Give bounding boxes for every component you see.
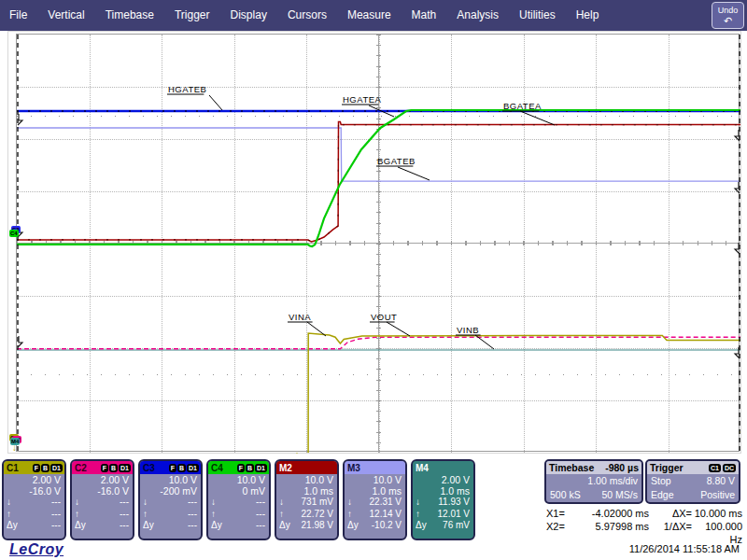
- menu-item-file[interactable]: File: [9, 0, 37, 31]
- cursor-value-down: 22.31 V: [370, 497, 402, 509]
- cursor-row-up: ↑12.14 V: [345, 509, 405, 521]
- readout-x-label: X2=: [546, 520, 576, 546]
- cursor-row-dy: Δy-10.2 V: [345, 520, 405, 532]
- cursor-value-up: 12.14 V: [370, 509, 402, 521]
- cursor-row-up: ↑---: [72, 509, 133, 521]
- descriptor-title: M4: [416, 463, 429, 473]
- scale-value: 2.00 V: [413, 474, 473, 485]
- cursor-glyph-dy: Δy: [7, 520, 18, 532]
- menu-item-display[interactable]: Display: [220, 0, 277, 31]
- descriptor-title: C4: [211, 463, 223, 473]
- trace-label-hgateb: HGATEB: [168, 84, 206, 94]
- undo-button[interactable]: Undo ↶: [712, 2, 744, 29]
- descriptor-header-c3: C3FBD1: [140, 461, 201, 474]
- scale-value: 10.0 V: [345, 474, 405, 485]
- offset-value: -200 mV: [140, 485, 201, 497]
- readout-dx-value: 100.000 Hz: [692, 520, 742, 546]
- cursor-value-down: ---: [188, 497, 197, 509]
- cursor-value-up: 12.01 V: [438, 509, 470, 521]
- trace-label-vina: VINA: [289, 312, 311, 322]
- menu-item-measure[interactable]: Measure: [337, 0, 402, 31]
- badge-c1: C1: [709, 464, 721, 472]
- descriptor-box-m4[interactable]: M42.00 V1.0 ms↓11.93 V↑12.01 VΔy76 mV: [411, 459, 475, 540]
- descriptor-box-c3[interactable]: C3FBD110.0 V-200 mV↓---↑---Δy---: [138, 459, 203, 540]
- trigger-box-row0: Stop8.80 V: [647, 474, 739, 488]
- offset-value: 1.0 ms: [276, 485, 337, 497]
- badge-b: B: [246, 464, 254, 472]
- menu-item-trigger[interactable]: Trigger: [164, 0, 220, 31]
- cursor-glyph-down: ↓: [7, 497, 11, 509]
- cursor-glyph-dy: Δy: [347, 520, 359, 532]
- cursor-glyph-dy: Δy: [416, 520, 427, 532]
- row-value: 50 MS/s: [601, 488, 638, 502]
- readout-dx-label: 1/ΔX=: [656, 520, 692, 546]
- cursor-glyph-dy: Δy: [143, 520, 154, 532]
- descriptor-box-c4[interactable]: C4FBD110.0 V0 mV↓---↑---Δy---: [206, 459, 271, 540]
- descriptor-box-c2[interactable]: C2FBD12.00 V-16.0 V↓---↑---Δy---: [70, 459, 134, 540]
- menu-item-math[interactable]: Math: [402, 0, 447, 31]
- cursor-trace-mark: [18, 336, 22, 347]
- cursor-value-dy: ---: [188, 520, 197, 532]
- descriptor-title: M3: [347, 463, 360, 473]
- cursor-value-up: ---: [120, 509, 129, 521]
- cursor-row-dy: Δy---: [140, 520, 201, 532]
- cursor-trace-mark: [735, 130, 740, 141]
- descriptor-title: C2: [75, 463, 87, 473]
- scale-value: 2.00 V: [72, 474, 133, 485]
- trace-plot: HGATEBHGATEABGATEABGATEBVINAVOUTVINB: [17, 35, 740, 453]
- cursor-row-up: ↑---: [4, 509, 64, 521]
- menu-item-cursors[interactable]: Cursors: [277, 0, 337, 31]
- cursor-row-down: ↓---: [4, 497, 64, 509]
- badge-d1: D1: [255, 464, 267, 472]
- cursor-glyph-down: ↓: [279, 497, 284, 509]
- cursor-value-down: ---: [120, 497, 129, 509]
- timebase-box[interactable]: Timebase-980 µs1.00 ms/div500 kS50 MS/s: [544, 459, 643, 504]
- descriptor-box-c1[interactable]: C1FBD12.00 V-16.0 V↓---↑---Δy---: [2, 459, 66, 540]
- timebase-box-row1: 500 kS50 MS/s: [546, 488, 641, 502]
- readout-line-2: X2=5.97998 ms1/ΔX=100.000 Hz: [546, 520, 742, 546]
- badge-d1: D1: [119, 464, 131, 472]
- readout-x-value: -4.02000 ms: [576, 507, 649, 520]
- badge-d1: D1: [187, 464, 199, 472]
- cursor-row-down: ↓---: [140, 497, 201, 509]
- cursor-row-down: ↓731 mV: [276, 497, 337, 509]
- cursor-trace-mark: [18, 114, 22, 125]
- cursor-glyph-down: ↓: [143, 497, 148, 509]
- descriptor-title: C3: [143, 463, 155, 473]
- timebase-box-delay: -980 µs: [605, 462, 639, 473]
- cursor-value-dy: 21.98 V: [302, 520, 333, 532]
- descriptor-header-m3: M3: [345, 461, 405, 474]
- cursor-trace-mark: [735, 243, 740, 254]
- c1-zero-offscreen-arrow: ↓: [12, 444, 17, 452]
- descriptor-header-c1: C1FBD1: [4, 461, 64, 474]
- cursor-glyph-dy: Δy: [279, 520, 290, 532]
- cursor-value-down: ---: [256, 497, 265, 509]
- timebase-box-header: Timebase-980 µs: [546, 461, 641, 474]
- datetime-label: 11/26/2014 11:55:18 AM: [629, 543, 740, 554]
- menu-item-vertical[interactable]: Vertical: [37, 0, 94, 31]
- cursor-row-down: ↓11.93 V: [413, 497, 473, 509]
- cursor-value-up: ---: [256, 509, 265, 521]
- offset-value: 1.0 ms: [345, 485, 405, 497]
- cursor-glyph-up: ↑: [416, 509, 420, 521]
- menu-item-utilities[interactable]: Utilities: [509, 0, 566, 31]
- trace-label-pointer: [209, 95, 222, 110]
- readout-x-value: 5.97998 ms: [576, 520, 649, 546]
- cursor-glyph-up: ↑: [7, 509, 11, 521]
- offset-value: 1.0 ms: [413, 485, 473, 497]
- trigger-box[interactable]: TriggerC1DCStop8.80 VEdgePositive: [645, 459, 740, 504]
- cursor-glyph-down: ↓: [347, 497, 352, 509]
- menu-item-analysis[interactable]: Analysis: [446, 0, 509, 31]
- lecroy-logo: LeCroy: [9, 541, 63, 558]
- row-label: Stop: [651, 474, 671, 488]
- trace-label-bgatea: BGATEA: [503, 101, 542, 111]
- cursor-row-dy: Δy---: [208, 520, 269, 532]
- descriptor-header-m4: M4: [413, 461, 473, 474]
- menu-item-help[interactable]: Help: [566, 0, 610, 31]
- readout-dx-label: ΔX=: [656, 507, 692, 520]
- menu-item-timebase[interactable]: Timebase: [95, 0, 164, 31]
- trace-label-pointer: [520, 111, 555, 125]
- badge-f: F: [237, 464, 245, 472]
- descriptor-box-m2[interactable]: M210.0 V1.0 ms↓731 mV↑22.72 VΔy21.98 V: [275, 459, 339, 540]
- descriptor-box-m3[interactable]: M310.0 V1.0 ms↓22.31 V↑12.14 VΔy-10.2 V: [343, 459, 407, 540]
